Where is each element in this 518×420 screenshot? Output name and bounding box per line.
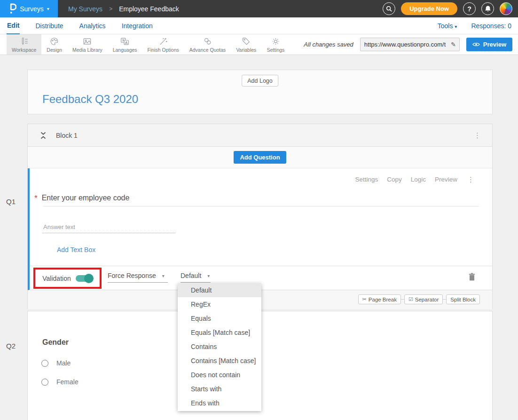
bell-icon xyxy=(485,5,491,12)
survey-title[interactable]: Feedback Q3 2020 xyxy=(42,93,138,106)
radio-option-female[interactable]: Female xyxy=(41,378,78,386)
eye-icon xyxy=(472,42,480,47)
preview-button[interactable]: Preview xyxy=(466,38,512,51)
tab-analytics[interactable]: Analytics xyxy=(79,18,106,34)
survey-header-card: Add Logo Feedback Q3 2020 xyxy=(27,70,493,114)
delete-question-button[interactable] xyxy=(468,273,476,281)
dropdown-item-equals-match-case[interactable]: Equals [Match case] xyxy=(178,325,261,340)
toolbar-item-variables[interactable]: Variables xyxy=(231,34,261,55)
validation-annotation-box: Validation xyxy=(33,268,102,289)
toolbar-item-settings[interactable]: Settings xyxy=(261,34,290,55)
tab-integration[interactable]: Integration xyxy=(121,18,153,34)
block-1: Block 1 ⋮ Add Question Settings Copy Log… xyxy=(27,124,493,309)
caret-down-icon: ▾ xyxy=(162,273,165,278)
answer-text-field[interactable]: Answer text xyxy=(43,223,75,230)
toolbar-item-advance-quotas[interactable]: Advance Quotas xyxy=(184,34,231,55)
dropdown-item-starts-with[interactable]: Starts with xyxy=(178,382,261,396)
question-actions: Settings Copy Logic Preview ⋮ xyxy=(355,176,474,183)
caret-down-icon: ▾ xyxy=(207,273,210,278)
validation-type-select[interactable]: Default ▾ xyxy=(181,272,211,283)
toolbar-right: All changes saved ✎ Preview xyxy=(304,34,518,55)
media-library-icon xyxy=(82,37,92,46)
tools-menu[interactable]: Tools ▾ xyxy=(438,22,457,30)
notifications-button[interactable] xyxy=(481,2,494,15)
caret-down-icon: ▾ xyxy=(47,6,49,11)
tabs-right: Tools ▾ Responses: 0 xyxy=(438,22,511,30)
add-text-box-link[interactable]: Add Text Box xyxy=(57,246,95,254)
add-question-button[interactable]: Add Question xyxy=(234,151,286,164)
add-logo-button[interactable]: Add Logo xyxy=(242,75,278,87)
breadcrumb-current-survey: Employee Feedback xyxy=(119,5,179,13)
questionpro-survey-editor: Surveys ▾ My Surveys > Employee Feedback… xyxy=(0,0,518,420)
force-response-select[interactable]: Force Response ▾ xyxy=(108,272,168,283)
toolbar-item-workspace[interactable]: Workspace xyxy=(7,34,41,55)
block-menu-kebab-icon[interactable]: ⋮ xyxy=(474,132,481,139)
finish-options-icon xyxy=(158,37,168,46)
toolbar-item-finish-options[interactable]: Finish Options xyxy=(142,34,184,55)
responses-count[interactable]: Responses: 0 xyxy=(471,22,511,30)
dropdown-item-does-not-contain[interactable]: Does not contain xyxy=(178,368,261,382)
tab-distribute[interactable]: Distribute xyxy=(35,18,63,34)
question-text[interactable]: Gender xyxy=(42,338,69,347)
collapse-block-icon[interactable] xyxy=(40,132,47,139)
question-number-q2: Q2 xyxy=(6,342,16,350)
breadcrumb: My Surveys > Employee Feedback xyxy=(68,5,179,13)
checkbox-icon: ☑ xyxy=(408,296,413,302)
page-break-button[interactable]: ✂ Page Break xyxy=(358,294,401,304)
dropdown-item-contains-match-case[interactable]: Contains [Match case] xyxy=(178,354,261,368)
question-preview-link[interactable]: Preview xyxy=(435,176,457,183)
help-button[interactable]: ? xyxy=(463,2,476,15)
question-text[interactable]: Enter your employee code xyxy=(42,194,130,202)
help-icon: ? xyxy=(467,5,471,13)
separator-button[interactable]: ☑ Separator xyxy=(404,294,443,304)
toolbar-item-media-library[interactable]: Media Library xyxy=(67,34,108,55)
workspace-icon xyxy=(19,37,29,46)
pencil-icon: ✎ xyxy=(451,41,456,48)
edit-url-button[interactable]: ✎ xyxy=(447,41,459,48)
survey-url-box: ✎ xyxy=(360,38,460,51)
surveys-product-menu[interactable]: Surveys ▾ xyxy=(0,0,58,17)
dropdown-item-contains[interactable]: Contains xyxy=(178,340,261,354)
question-card-q1: Settings Copy Logic Preview ⋮ * Enter yo… xyxy=(28,168,492,290)
question-logic-link[interactable]: Logic xyxy=(411,176,426,183)
settings-icon xyxy=(271,37,281,46)
avatar[interactable] xyxy=(500,2,512,15)
upgrade-now-button[interactable]: Upgrade Now xyxy=(401,2,457,15)
question-number-q1: Q1 xyxy=(6,198,16,206)
tab-edit[interactable]: Edit xyxy=(7,17,20,34)
split-block-button[interactable]: Split Block xyxy=(446,294,480,304)
caret-down-icon: ▾ xyxy=(455,24,457,29)
question-text-underline xyxy=(43,206,479,206)
topbar: Surveys ▾ My Surveys > Employee Feedback… xyxy=(0,0,518,17)
question-settings-link[interactable]: Settings xyxy=(355,176,378,183)
block-title[interactable]: Block 1 xyxy=(56,132,78,139)
toolbar-item-languages[interactable]: Languages xyxy=(108,34,142,55)
toolbar-item-design[interactable]: Design xyxy=(41,34,67,55)
save-status: All changes saved xyxy=(304,41,353,48)
breadcrumb-separator: > xyxy=(109,6,112,12)
question-copy-link[interactable]: Copy xyxy=(387,176,402,183)
question-menu-kebab-icon[interactable]: ⋮ xyxy=(467,176,474,183)
dropdown-item-equals[interactable]: Equals xyxy=(178,311,261,325)
scissors-icon: ✂ xyxy=(362,296,367,302)
advance-quotas-icon xyxy=(203,37,212,46)
languages-icon xyxy=(120,37,130,46)
validation-type-dropdown: Default RegEx Equals Equals [Match case]… xyxy=(178,283,261,411)
edit-toolbar: Workspace Design Media Library Languages xyxy=(0,34,518,55)
search-button[interactable] xyxy=(383,2,395,15)
search-icon xyxy=(386,6,392,12)
design-icon xyxy=(49,37,59,46)
required-asterisk: * xyxy=(34,194,38,203)
dropdown-item-default[interactable]: Default xyxy=(178,283,261,297)
question-row: * Enter your employee code xyxy=(34,194,129,203)
validation-toggle[interactable] xyxy=(76,275,93,282)
radio-option-male[interactable]: Male xyxy=(41,359,71,367)
dropdown-item-regex[interactable]: RegEx xyxy=(178,297,261,311)
add-question-row: Add Question xyxy=(28,147,492,168)
product-name: Surveys xyxy=(20,5,44,13)
survey-url-input[interactable] xyxy=(361,38,447,51)
section-tabs: Edit Distribute Analytics Integration To… xyxy=(0,17,518,34)
questionpro-logo-icon xyxy=(8,3,16,15)
breadcrumb-my-surveys[interactable]: My Surveys xyxy=(68,5,102,13)
dropdown-item-ends-with[interactable]: Ends with xyxy=(178,396,261,410)
